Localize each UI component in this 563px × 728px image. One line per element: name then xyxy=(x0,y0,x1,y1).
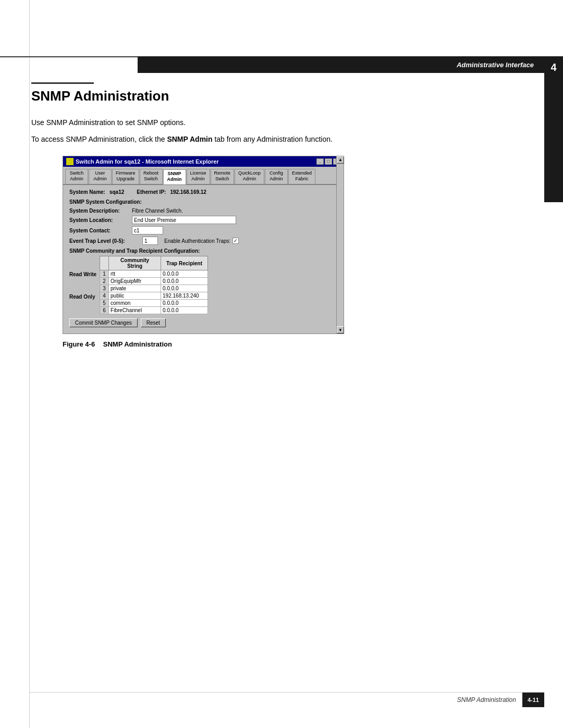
community-input-1[interactable] xyxy=(111,271,159,277)
trap-cell-5[interactable] xyxy=(161,300,208,307)
row-number-3: 3 xyxy=(100,285,109,292)
tab-snmp-admin[interactable]: SNMPAdmin xyxy=(163,169,186,184)
auth-traps-checkbox[interactable]: ✓ xyxy=(232,238,239,244)
screenshot-window: Switch Admin for sqa12 - Microsoft Inter… xyxy=(63,156,344,334)
table-row: 1 xyxy=(100,270,208,278)
event-trap-row: Event Trap Level (0-5): Enable Authentic… xyxy=(69,237,337,245)
button-row: Commit SNMP Changes Reset xyxy=(69,318,337,327)
figure-caption: Figure 4-6 SNMP Administration xyxy=(63,340,537,348)
scroll-up-button[interactable]: ▲ xyxy=(337,156,344,164)
community-cell-6[interactable] xyxy=(109,307,161,314)
system-location-input[interactable] xyxy=(132,216,236,224)
window-app-icon xyxy=(66,158,74,165)
scroll-down-button[interactable]: ▼ xyxy=(337,326,344,334)
figure-label: SNMP Administration xyxy=(103,340,172,348)
ethernet-ip-value: 192.168.169.12 xyxy=(170,189,206,195)
tab-reboot-switch[interactable]: RebootSwitch xyxy=(140,169,163,184)
system-contact-label: System Contact: xyxy=(69,228,132,233)
trap-input-5[interactable] xyxy=(163,300,206,306)
trap-input-1[interactable] xyxy=(163,271,206,277)
table-row: 4 xyxy=(100,292,208,300)
community-input-5[interactable] xyxy=(111,300,159,306)
page-title: SNMP Administration xyxy=(31,88,537,104)
ethernet-ip-label: Ethernet IP: xyxy=(137,189,166,195)
row-number-6: 6 xyxy=(100,307,109,314)
community-input-2[interactable] xyxy=(111,278,159,284)
system-contact-row: System Contact: xyxy=(69,226,337,235)
row-number-4: 4 xyxy=(100,292,109,300)
table-wrapper: Read Write Read Only Community String Tr… xyxy=(69,256,337,314)
reset-button[interactable]: Reset xyxy=(141,318,166,327)
titlebar-left: Switch Admin for sqa12 - Microsoft Inter… xyxy=(66,158,219,165)
figure-number: Figure 4-6 xyxy=(63,340,95,348)
trap-cell-3[interactable] xyxy=(161,285,208,292)
tab-config-admin[interactable]: ConfigAdmin xyxy=(265,169,288,184)
table-row: 6 xyxy=(100,307,208,314)
snmp-table: Community String Trap Recipient 123456 xyxy=(100,256,208,314)
tab-remote-switch[interactable]: RemoteSwitch xyxy=(211,169,235,184)
event-trap-input[interactable] xyxy=(142,237,158,245)
description-2: To access SNMP Administration, click the… xyxy=(31,133,537,145)
read-write-label: Read Write xyxy=(69,272,96,277)
community-cell-3[interactable] xyxy=(109,285,161,292)
row-number-1: 1 xyxy=(100,270,109,278)
trap-input-4[interactable] xyxy=(163,293,206,299)
tab-quickloop-admin[interactable]: QuickLoopAdmin xyxy=(235,169,264,184)
trap-input-2[interactable] xyxy=(163,278,206,284)
desc2-pre: To access SNMP Administration, click the xyxy=(31,135,167,143)
community-table-section: SNMP Community and Trap Recipient Config… xyxy=(69,248,337,314)
left-margin-line xyxy=(29,0,30,728)
footer-text: SNMP Administration xyxy=(457,696,516,704)
title-underline xyxy=(31,82,94,84)
footer: SNMP Administration 4-11 xyxy=(457,693,544,707)
table-row: 2 xyxy=(100,278,208,285)
scrollbar[interactable]: ▲ ▼ xyxy=(336,156,344,334)
description-1: Use SNMP Administration to set SNMP opti… xyxy=(31,117,537,128)
row-number-5: 5 xyxy=(100,300,109,307)
trap-input-6[interactable] xyxy=(163,307,206,313)
desc2-bold: SNMP Admin xyxy=(167,135,212,143)
system-name-value: sqa12 xyxy=(109,189,124,195)
system-info-row: System Name: sqa12 Ethernet IP: 192.168.… xyxy=(69,189,337,195)
community-cell-1[interactable] xyxy=(109,270,161,278)
community-input-6[interactable] xyxy=(111,307,159,313)
maximize-button[interactable]: □ xyxy=(325,158,332,165)
community-cell-2[interactable] xyxy=(109,278,161,285)
system-location-row: System Location: xyxy=(69,216,337,224)
main-content: SNMP Administration Use SNMP Administrat… xyxy=(31,56,537,348)
trap-cell-6[interactable] xyxy=(161,307,208,314)
community-input-4[interactable] xyxy=(111,293,159,299)
chapter-tab: 4 xyxy=(544,56,563,202)
system-contact-input[interactable] xyxy=(132,226,163,235)
col-trap-header: Trap Recipient xyxy=(161,256,208,270)
community-input-3[interactable] xyxy=(111,286,159,291)
window-titlebar: Switch Admin for sqa12 - Microsoft Inter… xyxy=(63,156,344,167)
tab-extended-fabric[interactable]: ExtendedFabric xyxy=(288,169,315,184)
trap-cell-4[interactable] xyxy=(161,292,208,300)
community-cell-5[interactable] xyxy=(109,300,161,307)
tabs-area: SwitchAdmin UserAdmin FirmwareUpgrade Re… xyxy=(63,167,344,185)
trap-input-3[interactable] xyxy=(163,286,206,291)
system-location-label: System Location: xyxy=(69,217,132,223)
rw-labels: Read Write Read Only xyxy=(69,256,96,300)
tab-switch-admin[interactable]: SwitchAdmin xyxy=(65,169,88,184)
table-row: 5 xyxy=(100,300,208,307)
read-only-label: Read Only xyxy=(69,294,96,300)
tab-user-admin[interactable]: UserAdmin xyxy=(89,169,112,184)
minimize-button[interactable]: _ xyxy=(316,158,324,165)
title-section: SNMP Administration xyxy=(31,82,537,104)
trap-cell-1[interactable] xyxy=(161,270,208,278)
desc2-post: tab from any Administration function. xyxy=(213,135,333,143)
table-row: 3 xyxy=(100,285,208,292)
trap-cell-2[interactable] xyxy=(161,278,208,285)
col-num-header xyxy=(100,256,109,270)
tab-license-admin[interactable]: LicenseAdmin xyxy=(187,169,210,184)
community-cell-4[interactable] xyxy=(109,292,161,300)
tab-firmware-upgrade[interactable]: FirmwareUpgrade xyxy=(112,169,139,184)
auth-traps-label: Enable Authentication Traps: xyxy=(164,238,230,244)
chapter-number: 4 xyxy=(550,61,556,73)
system-name-label: System Name: xyxy=(69,189,105,195)
event-trap-label: Event Trap Level (0-5): xyxy=(69,238,142,244)
commit-snmp-button[interactable]: Commit SNMP Changes xyxy=(69,318,138,327)
window-body: System Name: sqa12 Ethernet IP: 192.168.… xyxy=(63,185,344,334)
